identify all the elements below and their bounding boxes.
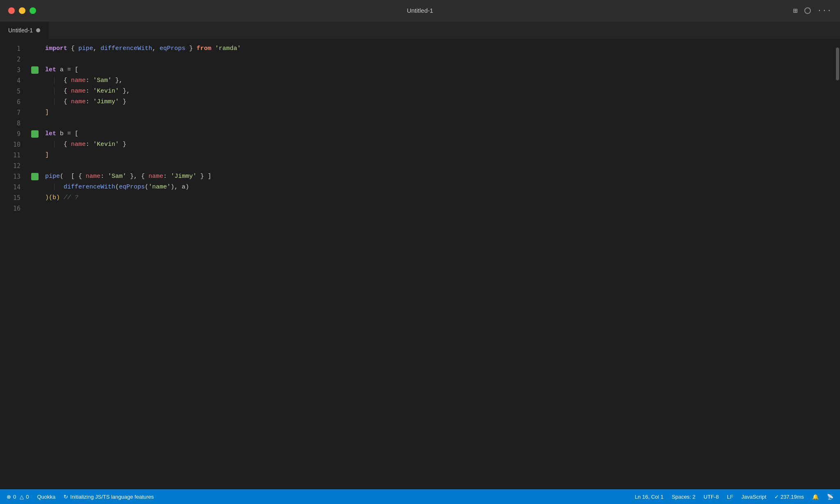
token: 'Kevin' (93, 88, 119, 95)
code-line[interactable]: │ { name: 'Kevin' } (41, 139, 834, 150)
warning-icon: △ (20, 494, 24, 500)
token: // ? (64, 194, 78, 201)
table-row: 6 │ { name: 'Jimmy' } (0, 97, 834, 107)
token: 'ramda' (215, 45, 241, 52)
token: a = [ (56, 66, 78, 73)
notifications-icon[interactable]: 🔔 (812, 494, 819, 500)
scrollbar[interactable] (834, 39, 840, 489)
code-line[interactable]: import { pipe, differenceWith, eqProps }… (41, 43, 834, 54)
table-row: 1import { pipe, differenceWith, eqProps … (0, 43, 834, 54)
statusbar: ⊗ 0 △ 0 Quokka ↻ Initializing JS/TS lang… (0, 489, 840, 504)
cursor-position[interactable]: Ln 16, Col 1 (635, 494, 664, 500)
token: pipe (45, 173, 60, 180)
token: pipe (78, 45, 93, 52)
token: ( (115, 184, 119, 191)
token: 'name' (148, 184, 171, 191)
code-line[interactable]: │ differenceWith(eqProps('name'), a) (41, 182, 834, 193)
line-number: 14 (0, 184, 29, 191)
code-line[interactable]: ] (41, 150, 834, 161)
token: } ] (196, 173, 211, 180)
line-number: 1 (0, 45, 29, 52)
token: , (93, 45, 100, 52)
more-options-icon[interactable]: ··· (817, 7, 832, 15)
line-number: 9 (0, 130, 29, 138)
code-editor[interactable]: 1import { pipe, differenceWith, eqProps … (0, 39, 834, 489)
titlebar: Untitled-1 ⊞ ··· (0, 0, 840, 21)
token: name (71, 98, 86, 105)
tab-label: Untitled-1 (8, 27, 33, 34)
token: 'Sam' (93, 77, 112, 84)
encoding[interactable]: UTF-8 (704, 494, 719, 500)
scrollbar-thumb[interactable] (836, 48, 839, 80)
line-number: 6 (0, 98, 29, 106)
table-row: 8 (0, 118, 834, 129)
code-line[interactable]: )(b) // ? (41, 193, 834, 203)
token: ] (45, 152, 49, 159)
token: ( (145, 184, 148, 191)
split-editor-icon[interactable]: ⊞ (793, 6, 798, 15)
circle-icon (804, 7, 811, 14)
token: }, (112, 77, 123, 84)
table-row: 7] (0, 107, 834, 118)
breakpoint-indicator[interactable] (31, 130, 39, 138)
token: ), a) (171, 184, 189, 191)
quokka-status[interactable]: Quokka (37, 494, 55, 500)
line-number: 2 (0, 56, 29, 63)
token: { (64, 141, 71, 148)
breakpoint-indicator[interactable] (31, 66, 39, 74)
token: eqProps (119, 184, 145, 191)
line-number: 10 (0, 141, 29, 148)
token: let (45, 66, 56, 73)
token: name (71, 77, 86, 84)
broadcast-icon[interactable]: 📡 (827, 494, 833, 500)
error-count[interactable]: ⊗ 0 △ 0 (7, 494, 29, 500)
breakpoint-column (29, 130, 41, 138)
table-row: 12 (0, 161, 834, 171)
token: : (86, 98, 93, 105)
table-row: 14 │ differenceWith(eqProps('name'), a) (0, 182, 834, 193)
timing: ✓ 237.19ms (774, 494, 804, 500)
token: { (64, 98, 71, 105)
token: │ (45, 77, 64, 84)
breakpoint-column (29, 66, 41, 74)
token: │ (45, 141, 64, 148)
indentation[interactable]: Spaces: 2 (672, 494, 696, 500)
close-button[interactable] (8, 7, 15, 14)
line-ending[interactable]: LF (727, 494, 733, 500)
token: │ (45, 88, 64, 95)
maximize-button[interactable] (30, 7, 36, 14)
token: : (86, 88, 93, 95)
breakpoint-indicator[interactable] (31, 173, 39, 180)
token: : (100, 173, 108, 180)
token: differenceWith (64, 184, 115, 191)
tab-untitled[interactable]: Untitled-1 (0, 21, 49, 39)
token: differenceWith (100, 45, 152, 52)
code-line[interactable]: let b = [ (41, 129, 834, 139)
code-line[interactable]: let a = [ (41, 65, 834, 75)
window-title: Untitled-1 (407, 7, 433, 14)
token: { (67, 45, 78, 52)
token: : (163, 173, 171, 180)
token: )(b) (45, 194, 64, 201)
minimize-button[interactable] (19, 7, 25, 14)
code-line[interactable]: │ { name: 'Sam' }, (41, 75, 834, 86)
token: │ (45, 98, 64, 105)
table-row: 4 │ { name: 'Sam' }, (0, 75, 834, 86)
titlebar-actions: ⊞ ··· (793, 6, 832, 15)
token: : (86, 77, 93, 84)
language-mode[interactable]: JavaScript (742, 494, 767, 500)
token: , (152, 45, 160, 52)
table-row: 2 (0, 54, 834, 65)
line-number: 12 (0, 162, 29, 170)
editor: 1import { pipe, differenceWith, eqProps … (0, 39, 840, 489)
line-number: 13 (0, 173, 29, 180)
code-line[interactable]: ] (41, 107, 834, 118)
token: name (86, 173, 100, 180)
line-number: 11 (0, 152, 29, 159)
token: import (45, 45, 67, 52)
code-line[interactable]: pipe( [ { name: 'Sam' }, { name: 'Jimmy'… (41, 171, 834, 182)
token: 'Kevin' (93, 141, 119, 148)
code-line[interactable]: │ { name: 'Jimmy' } (41, 97, 834, 107)
code-line[interactable]: │ { name: 'Kevin' }, (41, 86, 834, 97)
token: { (64, 77, 71, 84)
